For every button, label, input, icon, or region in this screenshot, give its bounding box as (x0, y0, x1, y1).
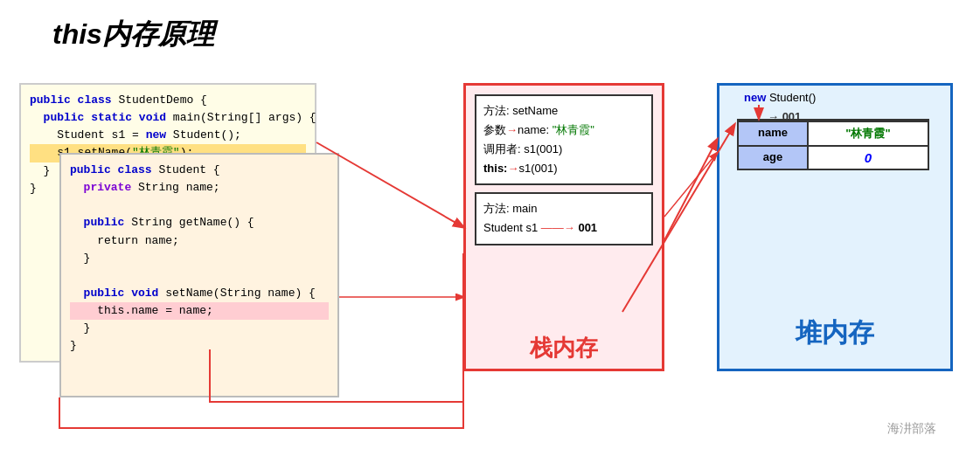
inner-line-3 (70, 197, 329, 214)
watermark: 海汫部落 (887, 421, 936, 437)
code-line-2: public static void main(String[] args) { (30, 109, 306, 127)
title-this: this (52, 18, 102, 50)
new-student-label: new Student() (744, 91, 816, 104)
inner-line-10: } (70, 320, 329, 337)
title-rest: 内存原理 (102, 18, 214, 50)
heap-row-age: age 0 (739, 145, 928, 169)
stack-setname-frame: 方法: setName 参数→name: "林青霞" 调用者: s1(001) … (475, 94, 653, 185)
inner-line-11: } (70, 337, 329, 355)
heap-field-age: age (739, 147, 809, 169)
code-line-3: Student s1 = new Student(); (30, 127, 306, 144)
arrow-this-heap (664, 140, 717, 240)
inner-line-5: return name; (70, 232, 329, 250)
inner-line-4: public String getName() { (70, 214, 329, 232)
stack-setname-this: this:→s1(001) (483, 159, 644, 178)
heap-value-name: "林青霞" (809, 122, 928, 145)
stack-panel: 方法: setName 参数→name: "林青霞" 调用者: s1(001) … (463, 83, 664, 371)
heap-panel: new Student() → 001 name "林青霞" age 0 堆内存 (717, 83, 953, 371)
code-line-1: public class StudentDemo { (30, 92, 306, 109)
code-panel-student: public class Student { private String na… (59, 153, 339, 397)
inner-line-1: public class Student { (70, 162, 329, 179)
inner-line-6: } (70, 250, 329, 267)
heap-value-age: 0 (809, 147, 928, 169)
stack-setname-title: 方法: setName (483, 101, 644, 121)
heap-field-name: name (739, 122, 809, 145)
stack-label: 栈内存 (530, 333, 598, 363)
arrow-name-heap (664, 153, 717, 217)
heap-label: 堆内存 (796, 315, 874, 351)
stack-setname-param: 参数→name: "林青霞" (483, 121, 644, 140)
inner-line-9-highlight: this.name = name; (70, 302, 329, 320)
stack-setname-caller: 调用者: s1(001) (483, 140, 644, 159)
heap-row-name: name "林青霞" (739, 121, 928, 145)
inner-line-8: public void setName(String name) { (70, 285, 329, 302)
stack-main-title: 方法: main (483, 199, 644, 218)
heap-object: name "林青霞" age 0 (737, 119, 929, 170)
inner-line-7 (70, 267, 329, 285)
stack-main-s1: Student s1 ——→ 001 (483, 218, 644, 238)
inner-line-2: private String name; (70, 179, 329, 197)
page-title: this内存原理 (52, 16, 214, 54)
stack-main-frame: 方法: main Student s1 ——→ 001 (475, 192, 653, 245)
